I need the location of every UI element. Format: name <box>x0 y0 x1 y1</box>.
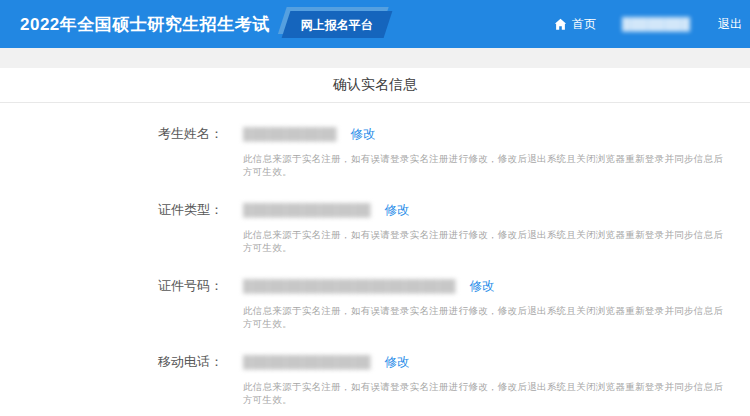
platform-badge-label: 网上报名平台 <box>301 17 373 34</box>
edit-link[interactable]: 修改 <box>385 354 410 371</box>
platform-badge: 网上报名平台 <box>281 11 392 38</box>
field-label: 考生姓名： <box>158 125 243 143</box>
site-title: 2022年全国硕士研究生招生考试 <box>20 13 270 36</box>
field-label: 移动电话： <box>158 353 243 371</box>
panel-title-bar: 确认实名信息 <box>0 68 750 103</box>
field-value-masked: ███████████████ <box>243 203 371 217</box>
nav-home-label: 首页 <box>572 16 596 33</box>
nav-home-link[interactable]: 首页 <box>554 16 596 33</box>
field-label: 证件类型： <box>158 201 243 219</box>
field-row-cert-type: 证件类型： ███████████████ 修改 此信息来源于实名注册，如有误请… <box>0 201 750 255</box>
field-value-masked: ███████████ <box>243 127 337 141</box>
field-hint: 此信息来源于实名注册，如有误请登录实名注册进行修改，修改后退出系统且关闭浏览器重… <box>243 229 730 255</box>
field-row-mobile: 移动电话： ███████████████ 修改 此信息来源于实名注册，如有误请… <box>0 353 750 407</box>
field-hint: 此信息来源于实名注册，如有误请登录实名注册进行修改，修改后退出系统且关闭浏览器重… <box>243 305 730 331</box>
confirm-info-panel: 确认实名信息 考生姓名： ███████████ 修改 此信息来源于实名注册，如… <box>0 68 750 416</box>
field-label: 证件号码： <box>158 277 243 295</box>
field-hint: 此信息来源于实名注册，如有误请登录实名注册进行修改，修改后退出系统且关闭浏览器重… <box>243 153 730 179</box>
page-title: 确认实名信息 <box>333 76 417 94</box>
field-value-masked: █████████████████████████ <box>243 279 456 293</box>
header-nav: 首页 ████████ 退出 <box>554 16 744 33</box>
field-row-name: 考生姓名： ███████████ 修改 此信息来源于实名注册，如有误请登录实名… <box>0 125 750 179</box>
edit-link[interactable]: 修改 <box>470 278 495 295</box>
home-icon <box>554 18 567 31</box>
nav-username-masked: ████████ <box>622 17 690 31</box>
nav-logout-link[interactable]: 退出 <box>718 16 742 33</box>
field-value-masked: ███████████████ <box>243 355 371 369</box>
field-hint: 此信息来源于实名注册，如有误请登录实名注册进行修改，修改后退出系统且关闭浏览器重… <box>243 381 730 407</box>
field-row-cert-number: 证件号码： █████████████████████████ 修改 此信息来源… <box>0 277 750 331</box>
edit-link[interactable]: 修改 <box>385 202 410 219</box>
top-header-bar: 2022年全国硕士研究生招生考试 网上报名平台 首页 ████████ 退出 <box>0 0 750 48</box>
edit-link[interactable]: 修改 <box>351 126 376 143</box>
